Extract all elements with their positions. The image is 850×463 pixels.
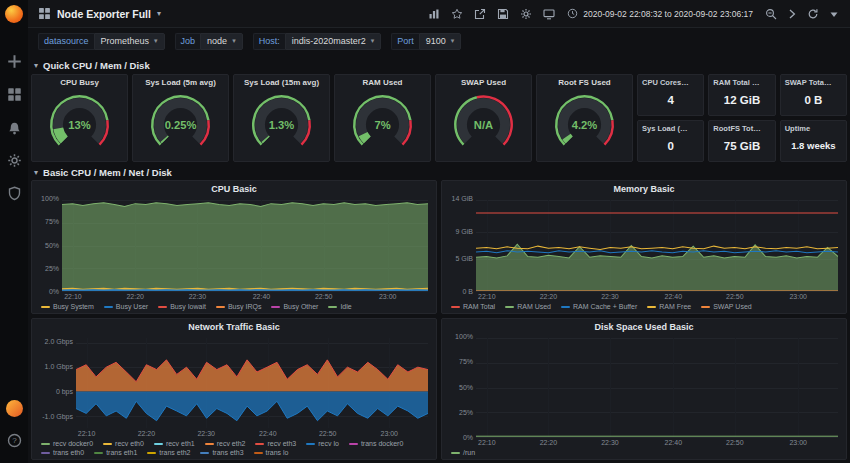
panel-title[interactable]: Memory Basic xyxy=(442,181,846,194)
tv-icon[interactable] xyxy=(543,8,555,20)
row-basic-cpu-mem-net-disk[interactable]: ▾ Basic CPU / Mem / Net / Disk xyxy=(34,165,172,179)
stat-value: 1.8 weeks xyxy=(781,133,846,161)
gauge-panel: RAM Used7% xyxy=(334,74,431,162)
y-axis-label: -1.0 Gbps xyxy=(36,413,73,421)
dashboards-grid-icon[interactable] xyxy=(7,87,22,102)
legend-item[interactable]: Idle xyxy=(328,303,351,310)
row-quick-cpu-mem-disk[interactable]: ▾ Quick CPU / Mem / Disk xyxy=(34,58,150,72)
help-icon[interactable]: ? xyxy=(7,433,22,448)
configuration-gear-icon[interactable] xyxy=(7,153,22,168)
panel-title[interactable]: Uptime xyxy=(781,121,846,133)
svg-text:?: ? xyxy=(12,436,17,445)
legend-label: RAM Total xyxy=(463,303,495,310)
add-panel-icon[interactable] xyxy=(428,8,440,20)
legend-item[interactable]: recv eth2 xyxy=(205,440,246,447)
legend-item[interactable]: Busy IRQs xyxy=(216,303,261,310)
panel-title[interactable]: CPU Cores… xyxy=(638,75,703,87)
legend-item[interactable]: Busy Iowait xyxy=(158,303,206,310)
chart-canvas[interactable] xyxy=(76,338,428,428)
legend-swatch xyxy=(154,443,163,445)
chart-canvas[interactable] xyxy=(476,200,838,291)
legend-item[interactable]: Busy System xyxy=(41,303,94,310)
legend-item[interactable]: Busy User xyxy=(104,303,148,310)
variable-port[interactable]: Port9100▾ xyxy=(391,33,461,50)
legend-item[interactable]: recv eth0 xyxy=(103,440,144,447)
user-avatar[interactable] xyxy=(6,400,23,417)
panel-title[interactable]: RAM Total … xyxy=(709,75,774,87)
legend-item[interactable]: recv docker0 xyxy=(41,440,93,447)
panel-title[interactable]: SWAP Used xyxy=(436,75,531,87)
legend-swatch xyxy=(104,306,113,308)
template-variables-bar: datasourcePrometheus▾Jobnode▾Host:indis-… xyxy=(28,28,850,54)
panel-title[interactable]: CPU Basic xyxy=(32,181,436,194)
variable-value-dropdown[interactable]: node▾ xyxy=(200,33,243,50)
legend-item[interactable]: trans eth2 xyxy=(147,449,190,456)
legend-item[interactable]: trans eth0 xyxy=(41,449,84,456)
gauge-panel: Sys Load (15m avg)1.3% xyxy=(233,74,330,162)
legend: /run xyxy=(442,448,846,459)
panel-title[interactable]: Sys Load (5m avg) xyxy=(133,75,228,87)
panel-title[interactable]: RAM Used xyxy=(335,75,430,87)
alerting-bell-icon[interactable] xyxy=(7,120,22,135)
legend-item[interactable]: SWAP Used xyxy=(701,303,752,310)
legend-item[interactable]: trans eth1 xyxy=(94,449,137,456)
panel-title[interactable]: Disk Space Used Basic xyxy=(442,319,846,332)
legend-label: SWAP Used xyxy=(713,303,752,310)
chevron-down-icon: ▾ xyxy=(34,61,38,70)
chevron-right-icon[interactable] xyxy=(786,8,798,20)
variable-value-dropdown[interactable]: Prometheus▾ xyxy=(94,33,165,50)
legend-item[interactable]: RAM Used xyxy=(505,303,551,310)
caret-down-icon: ▾ xyxy=(154,37,158,45)
legend-item[interactable]: recv eth3 xyxy=(255,440,296,447)
legend-item[interactable]: RAM Total xyxy=(451,303,495,310)
share-icon[interactable] xyxy=(474,8,486,20)
variable-job[interactable]: Jobnode▾ xyxy=(175,33,243,50)
legend-label: trans eth1 xyxy=(106,449,137,456)
legend-item[interactable]: /run xyxy=(451,449,475,456)
time-range-picker[interactable]: 2020-09-02 22:08:32 to 2020-09-02 23:06:… xyxy=(567,8,753,19)
legend-item[interactable]: RAM Free xyxy=(647,303,691,310)
legend-label: RAM Cache + Buffer xyxy=(573,303,637,310)
variable-value-dropdown[interactable]: 9100▾ xyxy=(419,33,462,50)
legend: RAM TotalRAM UsedRAM Cache + BufferRAM F… xyxy=(442,302,846,313)
variable-value-dropdown[interactable]: indis-2020master2▾ xyxy=(285,33,382,50)
legend-item[interactable]: recv lo xyxy=(306,440,339,447)
zoom-out-icon[interactable] xyxy=(765,8,777,20)
grafana-logo[interactable] xyxy=(5,5,23,23)
chart-canvas[interactable] xyxy=(476,338,838,437)
panel-title[interactable]: SWAP Tota… xyxy=(781,75,846,87)
stat-value: 12 GiB xyxy=(709,87,774,115)
quick-row-panels: CPU Busy13%Sys Load (5m avg)0.25%Sys Loa… xyxy=(31,74,847,162)
panel-title[interactable]: Sys Load (15m avg) xyxy=(234,75,329,87)
settings-gear-icon[interactable] xyxy=(520,8,532,20)
legend-item[interactable]: trans eth3 xyxy=(200,449,243,456)
dashboard-title-group[interactable]: Node Exporter Full ▾ xyxy=(38,7,161,20)
legend-item[interactable]: RAM Cache + Buffer xyxy=(561,303,637,310)
legend-swatch xyxy=(158,306,167,308)
sidebar-nav xyxy=(7,45,22,210)
variable-datasource[interactable]: datasourcePrometheus▾ xyxy=(38,33,165,50)
panel-title[interactable]: Root FS Used xyxy=(537,75,632,87)
dashboard-title[interactable]: Node Exporter Full xyxy=(57,8,151,20)
refresh-icon[interactable] xyxy=(807,8,819,20)
panel-title[interactable]: Network Traffic Basic xyxy=(32,319,436,332)
x-axis-label: 22:30 xyxy=(197,430,215,437)
panel-title[interactable]: CPU Busy xyxy=(32,75,127,87)
plot-wrap: 100%75%50%25%0% xyxy=(446,336,838,437)
caret-down-icon[interactable] xyxy=(828,8,840,20)
x-axis-label: 22:10 xyxy=(78,430,96,437)
legend-item[interactable]: Busy Other xyxy=(271,303,318,310)
legend: Busy SystemBusy UserBusy IowaitBusy IRQs… xyxy=(32,302,436,313)
panel-title[interactable]: Sys Load (… xyxy=(638,121,703,133)
legend-item[interactable]: recv eth1 xyxy=(154,440,195,447)
plus-icon[interactable] xyxy=(7,54,22,69)
legend-swatch xyxy=(41,452,50,454)
legend-item[interactable]: trans docker0 xyxy=(349,440,403,447)
security-shield-icon[interactable] xyxy=(7,186,22,201)
chart-canvas[interactable] xyxy=(62,200,428,291)
star-icon[interactable] xyxy=(451,8,463,20)
variable-host[interactable]: Host:indis-2020master2▾ xyxy=(253,33,382,50)
legend-item[interactable]: trans lo xyxy=(254,449,289,456)
save-icon[interactable] xyxy=(497,8,509,20)
panel-title[interactable]: RootFS Tot… xyxy=(709,121,774,133)
